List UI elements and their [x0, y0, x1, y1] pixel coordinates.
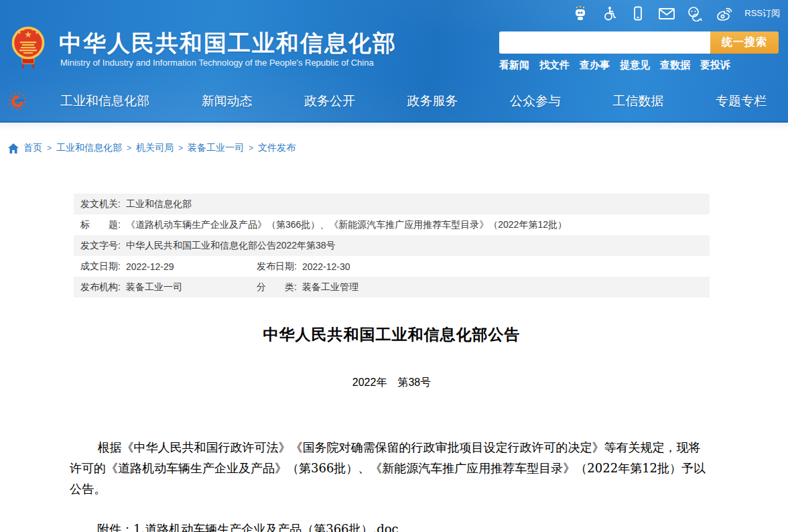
meta-label: 发布机构:: [80, 281, 121, 293]
quick-link-data[interactable]: 查数据: [660, 59, 690, 72]
announcement-title: 中华人民共和国工业和信息化部公告: [74, 324, 710, 345]
breadcrumb-separator: >: [127, 143, 131, 153]
meta-label: 成文日期:: [80, 261, 121, 273]
meta-label: 发布日期:: [257, 261, 297, 273]
meta-value: 工业和信息化部: [126, 198, 192, 210]
meta-value: 2022-12-30: [302, 261, 350, 272]
unified-search-button[interactable]: 统一搜索: [710, 31, 779, 54]
meta-value: 中华人民共和国工业和信息化部公告2022年第38号: [126, 240, 336, 252]
site-title: 中华人民共和国工业和信息化部: [59, 28, 397, 59]
home-icon[interactable]: [8, 143, 19, 153]
document-meta-table: 发文机关: 工业和信息化部 标 题: 《道路机动车辆生产企业及产品》（第366批…: [74, 194, 710, 297]
rss-subscribe-link[interactable]: RSS订阅: [744, 7, 780, 19]
miit-logo-icon[interactable]: [7, 90, 29, 113]
ai-assistant-icon[interactable]: [572, 5, 589, 22]
breadcrumb-separator: >: [249, 143, 253, 153]
quick-link-news[interactable]: 看新闻: [499, 59, 529, 72]
svg-text:★: ★: [17, 31, 21, 35]
accessibility-icon[interactable]: [600, 5, 618, 22]
breadcrumb: 首页 > 工业和信息化部 > 机关司局 > 装备工业一司 > 文件发布: [8, 142, 296, 154]
meta-row-publisher-category: 发布机构: 装备工业一司 分 类: 装备工业管理: [74, 277, 710, 297]
search-box: 统一搜索: [499, 31, 779, 54]
document-content: 发文机关: 工业和信息化部 标 题: 《道路机动车辆生产企业及产品》（第366批…: [74, 194, 710, 532]
site-subtitle-en: Ministry of Industry and Information Tec…: [60, 58, 374, 68]
meta-value: 2022-12-29: [126, 261, 174, 272]
nav-item-industry-data[interactable]: 工信数据: [613, 92, 664, 110]
meta-label: 分 类:: [257, 281, 297, 293]
breadcrumb-separator: >: [47, 143, 52, 153]
national-emblem: ★ ★ ★ ★ ★: [11, 25, 45, 73]
wechat-icon[interactable]: [687, 5, 704, 22]
nav-item-gov-services[interactable]: 政务服务: [407, 92, 458, 110]
nav-item-news[interactable]: 新闻动态: [202, 92, 253, 110]
mobile-icon[interactable]: [629, 5, 647, 22]
search-input[interactable]: [499, 31, 710, 54]
meta-value: 《道路机动车辆生产企业及产品》（第366批）、《新能源汽车推广应用推荐车型目录》…: [126, 219, 567, 231]
quick-link-feedback[interactable]: 提意见: [620, 59, 650, 72]
weibo-icon[interactable]: [716, 5, 733, 22]
svg-text:★: ★: [31, 27, 34, 31]
breadcrumb-separator: >: [178, 143, 183, 153]
svg-text:★: ★: [35, 31, 38, 35]
nav-item-participation[interactable]: 公众参与: [510, 92, 561, 110]
announcement-issue-number: 2022年 第38号: [74, 376, 710, 390]
svg-text:★: ★: [21, 27, 25, 31]
breadcrumb-home[interactable]: 首页: [23, 142, 42, 154]
main-nav: 工业和信息化部 新闻动态 政务公开 政务服务 公众参与 工信数据 专题专栏: [0, 79, 788, 123]
site-header: RSS订阅 ★ ★ ★ ★ ★ 中华人民共和国工业和信息化部 Ministry …: [0, 0, 788, 123]
utility-bar: RSS订阅: [572, 4, 780, 23]
breadcrumb-equipment-dept[interactable]: 装备工业一司: [188, 142, 244, 154]
breadcrumb-bar: 首页 > 工业和信息化部 > 机关司局 > 装备工业一司 > 文件发布: [0, 123, 788, 153]
nav-item-special-topics[interactable]: 专题专栏: [716, 92, 767, 110]
meta-label: 标 题:: [80, 219, 121, 231]
meta-row-document-number: 发文字号: 中华人民共和国工业和信息化部公告2022年第38号: [74, 235, 710, 256]
meta-value: 装备工业一司: [126, 281, 182, 293]
attachment-link-1[interactable]: 附件：1.道路机动车辆生产企业及产品（第366批）.doc: [97, 519, 710, 532]
meta-label: 发文字号:: [80, 240, 121, 252]
breadcrumb-miit[interactable]: 工业和信息化部: [56, 142, 122, 154]
meta-value: 装备工业管理: [302, 281, 358, 293]
attachments: 附件：1.道路机动车辆生产企业及产品（第366批）.doc 2.新能源汽车推广应…: [74, 519, 710, 532]
meta-row-dates: 成文日期: 2022-12-29 发布日期: 2022-12-30: [74, 256, 710, 277]
breadcrumb-departments[interactable]: 机关司局: [136, 142, 174, 154]
quick-link-documents[interactable]: 找文件: [539, 59, 570, 72]
announcement-body: 根据《中华人民共和国行政许可法》《国务院对确需保留的行政审批项目设定行政许可的决…: [70, 437, 710, 499]
meta-label: 发文机关:: [80, 198, 121, 210]
nav-item-miit[interactable]: 工业和信息化部: [60, 92, 149, 110]
meta-row-issuing-authority: 发文机关: 工业和信息化部: [74, 194, 710, 214]
quick-link-complaint[interactable]: 要投诉: [700, 59, 730, 72]
mail-icon[interactable]: [658, 5, 675, 22]
quick-links: 看新闻 找文件 查办事 提意见 查数据 要投诉: [499, 59, 730, 72]
breadcrumb-document-release[interactable]: 文件发布: [258, 142, 296, 154]
meta-row-title: 标 题: 《道路机动车辆生产企业及产品》（第366批）、《新能源汽车推广应用推荐…: [74, 214, 710, 235]
nav-item-gov-info[interactable]: 政务公开: [304, 92, 355, 110]
nav-items: 工业和信息化部 新闻动态 政务公开 政务服务 公众参与 工信数据 专题专栏: [29, 92, 788, 110]
quick-link-services[interactable]: 查办事: [580, 59, 610, 72]
